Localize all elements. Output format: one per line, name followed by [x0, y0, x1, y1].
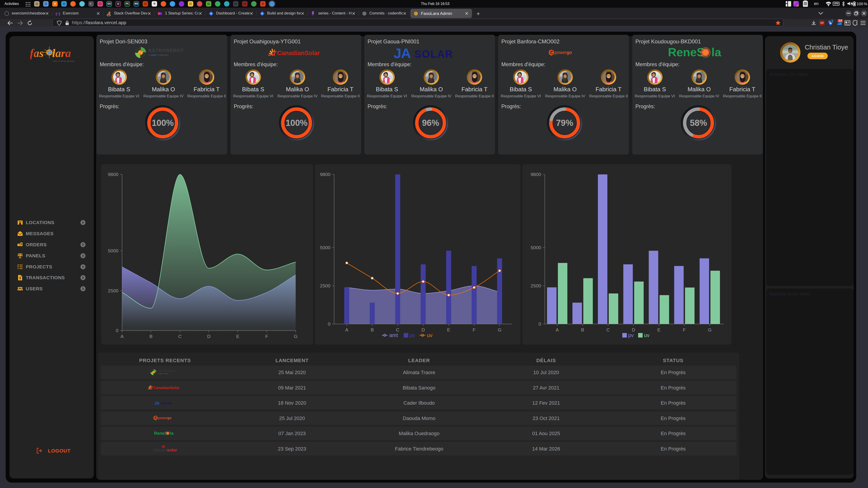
svg-text:uv: uv: [427, 332, 433, 338]
svg-text:CanadianSolar: CanadianSolar: [153, 386, 180, 390]
svg-text:uv: uv: [644, 332, 650, 338]
svg-text:5000: 5000: [530, 245, 541, 250]
svg-text:C: C: [606, 327, 610, 332]
svg-text:amt: amt: [389, 332, 398, 338]
svg-text:vikramsolar: vikramsolar: [153, 448, 177, 452]
svg-text:0: 0: [328, 321, 331, 326]
svg-text:E: E: [447, 327, 450, 332]
svg-text:9800: 9800: [320, 172, 331, 177]
svg-text:5000: 5000: [108, 248, 119, 253]
svg-text:2500: 2500: [530, 283, 541, 288]
svg-text:pv: pv: [410, 332, 415, 338]
svg-text:JA: JA: [154, 401, 160, 405]
svg-text:C: C: [396, 327, 399, 332]
svg-text:C: C: [178, 334, 182, 339]
svg-text:9800: 9800: [108, 172, 119, 177]
svg-text:B: B: [371, 327, 374, 332]
svg-text:A: A: [556, 327, 559, 332]
svg-text:pv: pv: [628, 332, 634, 338]
svg-text:A: A: [345, 327, 348, 332]
svg-text:E: E: [236, 334, 239, 339]
svg-text:F: F: [683, 327, 686, 332]
svg-text:E: E: [657, 327, 660, 332]
svg-text:0: 0: [538, 321, 541, 326]
svg-text:B: B: [581, 327, 584, 332]
svg-text:A: A: [121, 334, 124, 339]
svg-text:G: G: [708, 327, 712, 332]
svg-text:F: F: [473, 327, 475, 332]
svg-text:G: G: [498, 327, 501, 332]
svg-text:A CHNT COMPANY: A CHNT COMPANY: [158, 373, 169, 375]
svg-text:{~}: {~}: [56, 12, 60, 15]
svg-text:la: la: [170, 431, 174, 435]
svg-text:ReneS: ReneS: [154, 431, 167, 435]
svg-text:5000: 5000: [320, 245, 331, 250]
svg-text:B: B: [149, 334, 153, 339]
svg-text:G: G: [294, 334, 298, 339]
svg-text:SOLAR: SOLAR: [160, 402, 172, 405]
svg-text:powergo: powergo: [158, 416, 171, 420]
svg-text:D: D: [422, 327, 425, 332]
svg-text:ASTRONERGY: ASTRONERGY: [158, 369, 177, 372]
svg-text:9800: 9800: [530, 172, 541, 177]
svg-text:2500: 2500: [320, 283, 331, 288]
svg-text:0: 0: [116, 328, 119, 333]
svg-text:2500: 2500: [108, 288, 119, 293]
svg-text:F: F: [266, 334, 268, 339]
svg-text:D: D: [632, 327, 635, 332]
svg-text:D: D: [207, 334, 211, 339]
